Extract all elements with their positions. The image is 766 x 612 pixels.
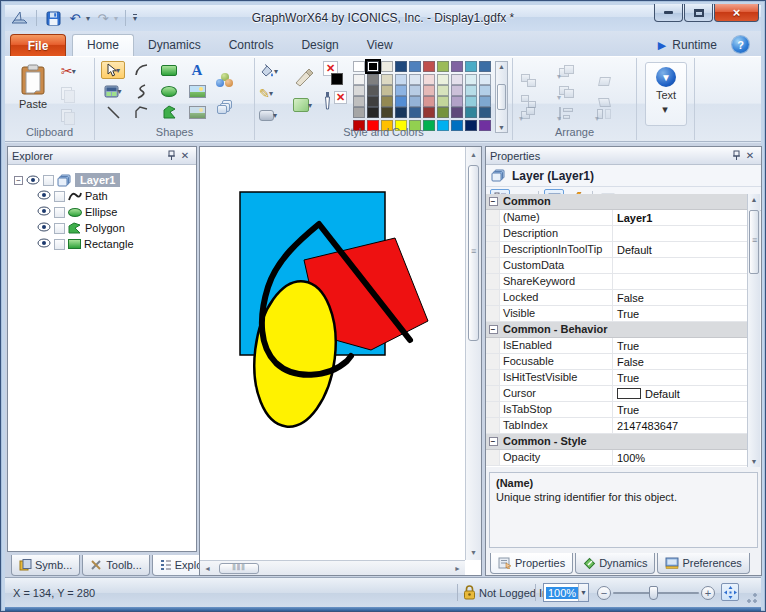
property-value[interactable]: True (613, 338, 747, 353)
undo-button[interactable]: ↶ (66, 9, 84, 27)
fill-style-dropdown-icon[interactable]: ▾ (308, 101, 312, 110)
no-line-button[interactable]: ✕ (334, 91, 347, 104)
paste-special-button[interactable] (59, 106, 78, 124)
lock-toggle-box[interactable] (54, 207, 65, 218)
maximize-button[interactable] (684, 4, 713, 22)
viewbox-tool[interactable] (185, 103, 209, 121)
color-swatch[interactable] (479, 61, 491, 72)
curve-tool[interactable] (129, 82, 153, 100)
align-button[interactable]: ▾ (559, 107, 597, 125)
runtime-button[interactable]: ▶ Runtime (658, 38, 717, 52)
color-swatch[interactable] (381, 85, 393, 96)
color-swatch[interactable] (465, 107, 477, 118)
canvas-horizontal-scrollbar[interactable]: ◄ ⦀⦀⦀ ► (200, 560, 465, 575)
color-swatch[interactable] (451, 61, 463, 72)
clone-tool[interactable] (213, 98, 237, 116)
property-value[interactable] (613, 274, 747, 289)
pan-zoom-tool[interactable]: ▾ (101, 82, 125, 100)
tree-root-row[interactable]: − Layer1 (14, 172, 196, 188)
image-tool[interactable] (185, 82, 209, 100)
scroll-up-icon[interactable]: ▲ (466, 147, 481, 162)
color-swatch[interactable] (437, 61, 449, 72)
color-swatch[interactable] (367, 61, 379, 72)
dock-tab-symbols[interactable]: Symb... (11, 555, 80, 576)
properties-close-icon[interactable]: ✕ (743, 149, 757, 162)
rectangle-tool[interactable] (157, 61, 181, 79)
property-value[interactable]: Layer1 (613, 210, 747, 225)
zoom-combobox[interactable]: 100% ▼ (543, 583, 589, 602)
color-swatch[interactable] (353, 74, 365, 85)
text-tool[interactable]: A (185, 61, 209, 79)
lock-toggle-box[interactable] (54, 191, 65, 202)
line-color-button[interactable]: ✎ ▾ (259, 84, 278, 102)
horizontal-scroll-thumb[interactable]: ⦀⦀⦀ (219, 563, 259, 574)
lock-toggle-box[interactable] (54, 239, 65, 250)
color-swatch[interactable] (451, 85, 463, 96)
line-color-dropdown-icon[interactable]: ▾ (269, 89, 273, 98)
redo-dropdown-icon[interactable]: ▾ (114, 14, 118, 23)
send-backward-button[interactable]: ▾ (559, 86, 597, 104)
symbols-tool[interactable] (213, 72, 237, 90)
property-section-common-style[interactable]: −Common - Style (486, 434, 747, 450)
zoom-value[interactable]: 100% (546, 587, 578, 599)
color-swatch[interactable] (451, 96, 463, 107)
color-swatch[interactable] (423, 61, 435, 72)
scroll-left-icon[interactable]: ◄ (200, 561, 215, 576)
color-swatch[interactable] (367, 107, 379, 118)
dock-tab-toolbox[interactable]: Toolb... (82, 555, 149, 576)
format-painter-button[interactable] (293, 64, 315, 92)
color-swatch[interactable] (353, 85, 365, 96)
color-swatch[interactable] (465, 96, 477, 107)
color-swatch[interactable] (409, 74, 421, 85)
paste-button[interactable]: Paste (11, 61, 55, 110)
color-swatch[interactable] (451, 107, 463, 118)
undo-dropdown-icon[interactable]: ▾ (86, 14, 90, 23)
property-section-common-behavior[interactable]: −Common - Behavior (486, 322, 747, 338)
tab-home[interactable]: Home (72, 34, 134, 56)
fit-to-window-button[interactable] (721, 583, 739, 601)
tab-view[interactable]: View (353, 35, 407, 56)
collapse-icon[interactable]: − (486, 194, 500, 209)
color-swatch[interactable] (395, 107, 407, 118)
pointer-tool[interactable]: ▾ (101, 61, 125, 79)
tab-design[interactable]: Design (287, 35, 352, 56)
color-swatch[interactable] (437, 85, 449, 96)
order-button[interactable]: ▾ (521, 107, 559, 125)
color-swatch[interactable] (395, 74, 407, 85)
zoom-slider[interactable]: − + (597, 585, 715, 601)
zoom-out-button[interactable]: − (597, 586, 611, 600)
app-logo-icon[interactable] (11, 9, 29, 27)
eyedropper-icon[interactable] (323, 91, 332, 111)
color-swatch[interactable] (479, 107, 491, 118)
color-swatch[interactable] (381, 61, 393, 72)
property-value[interactable]: False (613, 290, 747, 305)
tree-item-rectangle[interactable]: Rectangle (14, 236, 196, 252)
color-swatch[interactable] (353, 61, 365, 72)
tree-item-ellipse[interactable]: Ellipse (14, 204, 196, 220)
pointer-dropdown-icon[interactable]: ▾ (116, 66, 120, 75)
close-button[interactable]: × (714, 4, 759, 22)
color-swatch[interactable] (437, 74, 449, 85)
lock-toggle-box[interactable] (54, 223, 65, 234)
tab-controls[interactable]: Controls (215, 35, 288, 56)
color-swatch[interactable] (381, 74, 393, 85)
property-value[interactable]: 2147483647 (613, 418, 747, 433)
visibility-eye-icon[interactable] (37, 190, 51, 202)
color-swatch[interactable] (367, 74, 379, 85)
grid-scrollbar[interactable]: ▲ ▼ (747, 194, 760, 467)
lock-toggle-box[interactable] (43, 175, 54, 186)
grid-scroll-down-icon[interactable]: ▼ (748, 458, 760, 465)
scroll-down-icon[interactable]: ▼ (466, 545, 481, 560)
line-tool[interactable] (101, 103, 125, 121)
collapse-icon[interactable]: − (486, 434, 500, 449)
property-value[interactable]: False (613, 354, 747, 369)
color-swatch[interactable] (381, 107, 393, 118)
color-swatch[interactable] (437, 96, 449, 107)
explorer-close-icon[interactable]: ✕ (178, 149, 192, 162)
redo-button[interactable]: ↷ (94, 9, 112, 27)
zoom-dropdown-icon[interactable]: ▼ (578, 584, 588, 601)
color-swatch[interactable] (437, 107, 449, 118)
color-swatch[interactable] (423, 107, 435, 118)
property-value[interactable]: Default (613, 386, 747, 401)
pan-dropdown-icon[interactable]: ▾ (117, 87, 121, 96)
